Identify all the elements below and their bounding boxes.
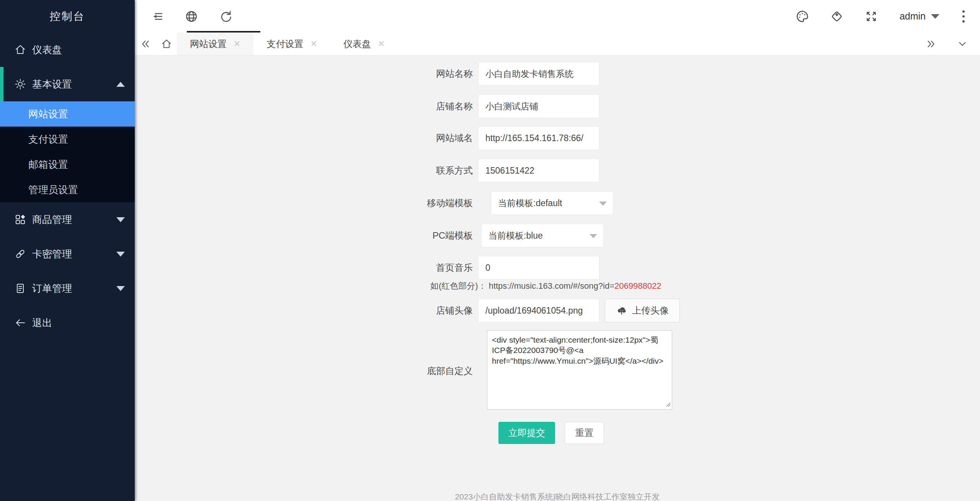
gear-icon bbox=[14, 78, 27, 91]
hint-label: 如(红色部分)： bbox=[430, 281, 487, 291]
tab-bar: 网站设置 ✕ 支付设置 ✕ 仪表盘 ✕ bbox=[135, 33, 980, 55]
sidebar-subitem-payment-settings[interactable]: 支付设置 bbox=[0, 127, 135, 152]
link-icon bbox=[14, 247, 27, 260]
tabs-scroll-right-icon[interactable] bbox=[920, 38, 942, 50]
sidebar: 控制台 仪表盘 基本设置 网站设置 支付设置 邮箱设置 管理员设置 bbox=[0, 0, 135, 501]
field-label: 底部自定义 bbox=[135, 365, 478, 377]
chevron-down-icon bbox=[931, 14, 939, 19]
pc-template-select[interactable]: 当前模板:blue bbox=[481, 224, 604, 247]
sidebar-subitem-email-settings[interactable]: 邮箱设置 bbox=[0, 152, 135, 177]
home-music-input[interactable] bbox=[478, 256, 599, 280]
logout-arrow-icon bbox=[14, 316, 27, 329]
user-menu[interactable]: admin bbox=[897, 11, 942, 22]
collapse-menu-icon[interactable] bbox=[148, 7, 166, 26]
sidebar-subitem-site-settings[interactable]: 网站设置 bbox=[0, 101, 135, 127]
field-label: PC端模板 bbox=[135, 229, 478, 242]
chevron-down-icon bbox=[116, 286, 125, 291]
sidebar-item-card-keys[interactable]: 卡密管理 bbox=[0, 237, 135, 271]
select-caret-icon bbox=[599, 202, 607, 206]
field-label: 移动端模板 bbox=[135, 197, 478, 209]
upload-avatar-button[interactable]: 上传头像 bbox=[605, 299, 680, 322]
sidebar-subitem-admin-settings[interactable]: 管理员设置 bbox=[0, 177, 135, 202]
chevron-down-icon bbox=[116, 252, 125, 257]
refresh-icon[interactable] bbox=[217, 7, 235, 26]
tag-icon[interactable] bbox=[828, 7, 846, 26]
active-menu-accent-bar bbox=[0, 67, 3, 101]
field-label: 首页音乐 bbox=[135, 262, 478, 274]
tab-label: 网站设置 bbox=[190, 38, 227, 50]
sidebar-item-dashboard[interactable]: 仪表盘 bbox=[0, 33, 135, 67]
kebab-menu-icon[interactable] bbox=[959, 8, 969, 25]
field-label: 网站名称 bbox=[135, 68, 478, 80]
upload-button-label: 上传头像 bbox=[632, 304, 669, 317]
shop-avatar-input[interactable] bbox=[478, 299, 599, 322]
field-label: 网站域名 bbox=[135, 132, 478, 144]
sidebar-item-label: 订单管理 bbox=[32, 282, 72, 295]
close-icon[interactable]: ✕ bbox=[310, 40, 317, 48]
form-row-shop-avatar: 店铺头像 上传头像 bbox=[135, 299, 980, 322]
sidebar-item-label: 仪表盘 bbox=[32, 43, 62, 57]
tab-site-settings[interactable]: 网站设置 ✕ bbox=[177, 33, 253, 55]
fullscreen-icon[interactable] bbox=[862, 7, 880, 26]
toolbar: admin bbox=[135, 0, 980, 33]
sidebar-title: 控制台 bbox=[0, 0, 135, 33]
sidebar-item-label: 基本设置 bbox=[32, 78, 72, 91]
form-actions: 立即提交 重置 bbox=[135, 422, 980, 444]
select-value: 当前模板:default bbox=[498, 197, 562, 209]
sidebar-item-logout[interactable]: 退出 bbox=[0, 306, 135, 340]
select-caret-icon bbox=[590, 234, 597, 238]
globe-icon[interactable] bbox=[182, 7, 201, 26]
field-label: 联系方式 bbox=[135, 164, 478, 177]
field-label: 店铺名称 bbox=[135, 100, 478, 112]
home-music-hint: 如(红色部分)：https://music.163.com/#/song?id=… bbox=[430, 280, 661, 292]
form-row-shop-name: 店铺名称 bbox=[135, 94, 980, 118]
select-value: 当前模板:blue bbox=[488, 230, 543, 242]
footer-custom-textarea[interactable]: <div style="text-align:center;font-size:… bbox=[487, 330, 672, 410]
username-label: admin bbox=[900, 11, 926, 22]
hint-url: https://music.163.com/#/song?id= bbox=[489, 281, 614, 291]
field-label: 店铺头像 bbox=[135, 304, 478, 317]
sidebar-item-label: 商品管理 bbox=[32, 213, 72, 226]
tab-label: 支付设置 bbox=[266, 38, 303, 50]
header: admin 网站设置 ✕ 支付设置 ✕ 仪表盘 ✕ bbox=[135, 0, 980, 55]
chevron-down-icon bbox=[116, 217, 125, 222]
form-row-site-name: 网站名称 bbox=[135, 62, 980, 86]
mobile-template-select[interactable]: 当前模板:default bbox=[491, 191, 613, 215]
form-row-pc-template: PC端模板 当前模板:blue bbox=[135, 224, 980, 247]
site-name-input[interactable] bbox=[478, 62, 599, 86]
form-row-site-domain: 网站域名 bbox=[135, 126, 980, 150]
close-icon[interactable]: ✕ bbox=[378, 40, 385, 48]
page-footer: 2023小白自助发卡销售系统|晓白网络科技工作室独立开发 bbox=[135, 491, 980, 501]
contact-input[interactable] bbox=[478, 159, 599, 182]
form-row-mobile-template: 移动端模板 当前模板:default bbox=[135, 191, 980, 215]
submit-button[interactable]: 立即提交 bbox=[498, 422, 555, 444]
palette-icon[interactable] bbox=[793, 7, 812, 26]
tab-home-icon[interactable] bbox=[156, 33, 177, 55]
site-domain-input[interactable] bbox=[478, 126, 599, 150]
chevron-up-icon bbox=[116, 82, 125, 87]
main-content: 网站名称 店铺名称 网站域名 联系方式 移动端模板 当前模板:default P… bbox=[135, 55, 980, 501]
sidebar-item-products[interactable]: 商品管理 bbox=[0, 202, 135, 237]
sidebar-submenu: 网站设置 支付设置 邮箱设置 管理员设置 bbox=[0, 101, 135, 202]
tab-payment-settings[interactable]: 支付设置 ✕ bbox=[253, 33, 330, 55]
form-row-footer-custom: 底部自定义 <div style="text-align:center;font… bbox=[135, 331, 980, 410]
tab-label: 仪表盘 bbox=[343, 38, 371, 50]
sidebar-item-basic-settings[interactable]: 基本设置 bbox=[0, 67, 135, 101]
tabs-scroll-left-icon[interactable] bbox=[135, 33, 156, 55]
form-row-home-music: 首页音乐 bbox=[135, 256, 980, 280]
sidebar-item-label: 卡密管理 bbox=[32, 247, 72, 261]
cloud-upload-icon bbox=[616, 305, 627, 316]
hint-red-part: 2069988022 bbox=[614, 281, 661, 291]
home-icon bbox=[14, 43, 27, 56]
tab-dashboard[interactable]: 仪表盘 ✕ bbox=[330, 33, 398, 55]
tabs-dropdown-icon[interactable] bbox=[952, 38, 973, 50]
reset-button[interactable]: 重置 bbox=[565, 422, 604, 444]
order-icon bbox=[14, 282, 27, 295]
close-icon[interactable]: ✕ bbox=[234, 40, 240, 48]
form-row-contact: 联系方式 bbox=[135, 159, 980, 182]
sidebar-item-orders[interactable]: 订单管理 bbox=[0, 271, 135, 306]
grid-icon bbox=[14, 213, 27, 226]
shop-name-input[interactable] bbox=[478, 94, 599, 118]
sidebar-item-label: 退出 bbox=[32, 316, 52, 330]
